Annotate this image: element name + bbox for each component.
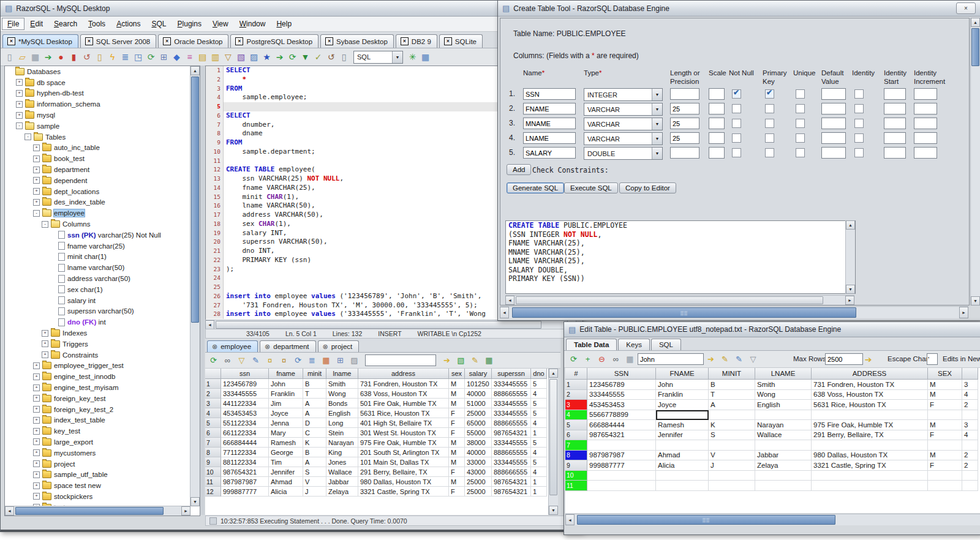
menu-view[interactable]: View (207, 18, 234, 30)
cell-dno[interactable]: 1 (531, 487, 547, 497)
cell-sex[interactable]: M (449, 389, 465, 399)
search-go-icon[interactable]: ➔ (440, 354, 454, 367)
cell-ssn[interactable]: 333445555 (221, 389, 269, 399)
cell-ssn[interactable]: 771122334 (221, 448, 269, 457)
scroll-right-icon[interactable]: ► (959, 307, 968, 318)
row-number[interactable]: 3 (565, 400, 587, 410)
cell-fname[interactable]: Franklin (269, 389, 303, 399)
cell-dno[interactable]: 5 (531, 399, 547, 408)
tree-item-key-test[interactable]: +key_test (5, 426, 190, 437)
tree-item-indexes[interactable]: +Indexes (5, 328, 190, 339)
cell-address[interactable]: 638 Voss, Houston TX (812, 390, 928, 400)
cell-ssn[interactable] (587, 471, 656, 481)
cell-minit[interactable] (709, 440, 755, 451)
edit-cell-icon[interactable]: ✎ (718, 353, 732, 365)
sql-preview-hscrollbar[interactable]: ◄ ► (505, 295, 854, 305)
cell-address[interactable]: 980 Dallas, Houston TX (812, 451, 928, 461)
cell-fname[interactable]: Jenna (269, 418, 303, 428)
column-header-sex[interactable]: SEX (928, 368, 962, 380)
close-tab-icon[interactable]: ⊗ (265, 343, 270, 350)
expand-icon[interactable]: + (16, 112, 23, 119)
generate-sql-button[interactable]: Generate SQL (507, 182, 564, 193)
cell-sex[interactable]: M (928, 390, 962, 400)
tree-item-ssn-pk-varchar-25-not-null[interactable]: ssn (PK) varchar(25) Not Null (5, 230, 190, 241)
menu-file[interactable]: File (2, 18, 24, 30)
tree-item-information-schema[interactable]: +information_schema (5, 99, 190, 110)
column-3-default-value-input[interactable] (821, 118, 846, 129)
cell-salary[interactable]: 25000 (465, 408, 492, 418)
column-5-identity-checkbox[interactable] (854, 148, 864, 157)
result-tab-department[interactable]: ⊗department (260, 340, 315, 352)
tree-item-foreign-key-test-2[interactable]: +foreign_key_test_2 (5, 404, 190, 415)
menu-sql[interactable]: SQL (146, 18, 172, 30)
tree-item-superssn-varchar-50[interactable]: superssn varchar(50) (5, 306, 190, 317)
tree-item-book-test[interactable]: +book_test (5, 153, 190, 164)
cell-address[interactable]: 401 High St, Bellaire TX (358, 418, 449, 428)
cell-sex[interactable] (928, 410, 962, 421)
cell-sex[interactable]: M (928, 451, 962, 461)
expand-icon[interactable]: + (42, 330, 48, 337)
expand-icon[interactable]: + (33, 373, 40, 380)
column-1-not-null-checkbox[interactable]: ✔ (732, 89, 741, 99)
close-tab-icon[interactable]: × (163, 37, 171, 45)
cell-sex[interactable]: F (449, 487, 465, 497)
expand-icon[interactable]: + (33, 362, 40, 369)
tree-item-employee-trigger-test[interactable]: +employee_trigger_test (5, 361, 190, 372)
column-4-not-null-checkbox[interactable] (732, 133, 741, 143)
cell-superssn[interactable]: 987654321 (492, 477, 531, 487)
menu-plugins[interactable]: Plugins (172, 18, 207, 30)
reload-query-icon[interactable]: ⟳ (291, 354, 305, 367)
create-hscroll-thumb[interactable]: ▒▒ (512, 307, 856, 318)
tree-item-databases[interactable]: Databases (5, 66, 190, 77)
filter-results-icon[interactable]: ▽ (235, 354, 249, 367)
cell-minit[interactable]: K (303, 438, 326, 448)
column-5-scale-input[interactable] (709, 147, 725, 159)
menu-actions[interactable]: Actions (111, 18, 146, 30)
cell-fname[interactable]: Jennifer (656, 430, 709, 441)
tree-item-stockpickers[interactable]: +stockpickers (5, 491, 190, 502)
row-number[interactable]: 8 (565, 451, 587, 461)
fetch-icon[interactable]: ▼ (299, 51, 312, 64)
row-number[interactable]: 6 (565, 430, 587, 441)
cell-sex[interactable]: M (449, 448, 465, 457)
edit-results-icon[interactable]: ✎ (249, 354, 263, 367)
tree-item-sample[interactable]: -sample (5, 121, 190, 132)
cell-minit[interactable]: J (709, 460, 755, 471)
cell-dno[interactable]: 5 (531, 438, 547, 448)
tree-item-space-test-new[interactable]: +space test new (5, 480, 190, 491)
cell-dno[interactable]: 5 (531, 379, 547, 389)
close-tab-icon[interactable]: × (444, 37, 452, 45)
table-view-icon[interactable]: ▦ (319, 354, 333, 367)
connection-tab-sybase-desktop[interactable]: ×Sybase Desktop (320, 34, 394, 48)
cell-fname[interactable] (656, 471, 709, 481)
create-titlebar[interactable]: ▤ Create Table Tool - RazorSQL Database … (498, 1, 980, 17)
sql-preview-vscrollbar[interactable]: ▲ ▼ (845, 220, 855, 294)
rollback-icon[interactable]: ↺ (80, 51, 93, 64)
column-header-fname[interactable]: FNAME (656, 368, 709, 380)
expand-icon[interactable]: + (33, 493, 40, 500)
view-row-icon[interactable]: ∞ (221, 354, 235, 367)
cell-sex[interactable] (928, 471, 962, 481)
column-4-identity-checkbox[interactable] (854, 133, 864, 143)
menu-tools[interactable]: Tools (83, 18, 111, 30)
tree-item-employee[interactable]: -employee (5, 208, 190, 219)
cell-lname[interactable]: English (755, 400, 812, 410)
column-4-scale-input[interactable] (709, 132, 725, 144)
scroll-left-icon[interactable]: ◄ (205, 320, 214, 329)
cell-salary[interactable]: 51000 (465, 399, 492, 408)
cell-address[interactable]: 101 Main St, Dallas TX (358, 457, 449, 467)
column-header-address[interactable]: address (358, 369, 449, 379)
tree-item-tables[interactable]: -Tables (5, 132, 190, 143)
cell-superssn[interactable]: 987654321 (492, 487, 531, 497)
column-2-identity-checkbox[interactable] (854, 104, 864, 113)
cell-lname[interactable]: Stein (326, 428, 358, 438)
collapse-icon[interactable]: - (24, 133, 31, 140)
cell-ssn[interactable]: 123456789 (221, 379, 269, 389)
add-column-button[interactable]: Add (507, 164, 531, 175)
row-number[interactable]: 5 (565, 420, 587, 430)
column-2-primary-key-checkbox[interactable] (765, 104, 774, 113)
cell-address[interactable] (812, 471, 928, 481)
scroll-left-icon[interactable]: ◄ (500, 307, 509, 318)
cell-sex[interactable]: F (928, 430, 962, 441)
tree-item-fname-varchar-25[interactable]: fname varchar(25) (5, 241, 190, 252)
